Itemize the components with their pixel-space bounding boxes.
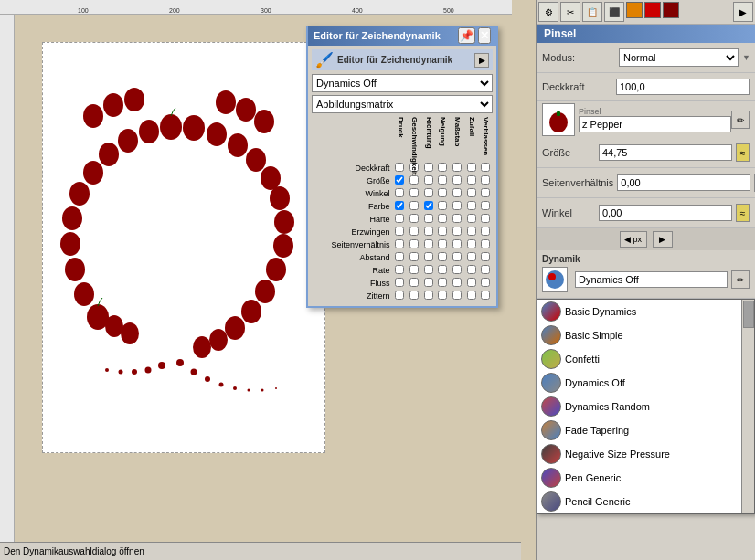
cb-sv-druck[interactable]: [395, 239, 404, 248]
cb-erz-neigung[interactable]: [438, 227, 447, 236]
cb-zi-massstab[interactable]: [452, 291, 462, 300]
cb-fl-neigung[interactable]: [438, 278, 447, 287]
dynamics-edit-button[interactable]: ✏: [731, 270, 750, 289]
cb-erz-geschw[interactable]: [409, 227, 419, 236]
size-input[interactable]: [599, 144, 732, 161]
color-red[interactable]: [644, 2, 661, 18]
dynamics-scrollbar[interactable]: [741, 300, 754, 513]
cb-rate-druck[interactable]: [395, 265, 404, 274]
cb-zi-zufall[interactable]: [467, 291, 476, 300]
dynamics-input[interactable]: [575, 271, 728, 288]
cb-zi-geschw[interactable]: [409, 291, 419, 300]
cb-zi-neigung[interactable]: [438, 291, 447, 300]
cb-rate-zufall[interactable]: [467, 265, 476, 274]
modus-select[interactable]: Normal: [619, 48, 739, 67]
cb-fl-zufall[interactable]: [467, 278, 476, 287]
dynamics-scrollbar-thumb[interactable]: [743, 301, 754, 328]
cb-farbe-richtung[interactable]: [424, 201, 433, 210]
cb-sv-richtung[interactable]: [424, 239, 433, 248]
right-arrow-btn[interactable]: ▶: [653, 231, 673, 248]
dynamics-item-pencil-generic[interactable]: Pencil Generic: [537, 490, 754, 513]
dynamics-item-dynamics-off[interactable]: Dynamics Off: [537, 371, 754, 395]
cb-ab-druck[interactable]: [395, 252, 404, 261]
cb-farbe-druck[interactable]: [395, 201, 404, 210]
cb-farbe-massstab[interactable]: [452, 201, 462, 210]
panel-icon-2[interactable]: ✂: [560, 2, 580, 22]
brush-name-input[interactable]: [579, 116, 731, 132]
cb-ab-zufall[interactable]: [467, 252, 476, 261]
cb-fl-druck[interactable]: [395, 278, 404, 287]
cb-haerte-massstab[interactable]: [452, 214, 462, 223]
mapping-matrix-select[interactable]: Abbildungsmatrix: [312, 95, 493, 113]
cb-farbe-zufall[interactable]: [467, 201, 476, 210]
cb-haerte-verblassen[interactable]: [481, 214, 490, 223]
cb-groesse-druck[interactable]: [395, 175, 404, 185]
cb-zi-druck[interactable]: [395, 291, 404, 300]
cb-rate-massstab[interactable]: [452, 265, 462, 274]
color-orange[interactable]: [626, 2, 643, 18]
dynamics-item-negative-size[interactable]: Negative Size Pressure: [537, 442, 754, 466]
cb-winkel-druck[interactable]: [395, 188, 404, 197]
cb-erz-druck[interactable]: [395, 227, 404, 236]
cb-erz-zufall[interactable]: [467, 227, 476, 236]
dynamics-off-select[interactable]: Dynamics Off: [312, 74, 493, 92]
cb-groesse-geschw[interactable]: [409, 175, 419, 185]
cb-fl-verblassen[interactable]: [481, 278, 490, 287]
cb-deckkraft-richtung[interactable]: [424, 163, 433, 172]
panel-icon-1[interactable]: ⚙: [538, 2, 558, 22]
cb-winkel-richtung[interactable]: [424, 188, 433, 197]
cb-ab-richtung[interactable]: [424, 252, 433, 261]
cb-zi-richtung[interactable]: [424, 291, 433, 300]
cb-deckkraft-zufall[interactable]: [467, 163, 476, 172]
dynamics-item-basic-simple[interactable]: Basic Simple: [537, 323, 754, 347]
cb-farbe-geschw[interactable]: [409, 201, 419, 210]
cb-sv-zufall[interactable]: [467, 239, 476, 248]
cb-deckkraft-verblassen[interactable]: [481, 163, 490, 172]
cb-farbe-neigung[interactable]: [438, 201, 447, 210]
cb-sv-verblassen[interactable]: [481, 239, 490, 248]
cb-sv-massstab[interactable]: [452, 239, 462, 248]
editor-pin-button[interactable]: 📌: [458, 27, 475, 44]
angle-input[interactable]: [599, 205, 732, 221]
cb-ab-geschw[interactable]: [409, 252, 419, 261]
cb-winkel-geschw[interactable]: [409, 188, 419, 197]
cb-sv-neigung[interactable]: [438, 239, 447, 248]
ratio-input[interactable]: [617, 174, 750, 191]
dynamics-item-pen-generic[interactable]: Pen Generic: [537, 466, 754, 490]
editor-expand-button[interactable]: ▶: [474, 53, 489, 68]
cb-erz-richtung[interactable]: [424, 227, 433, 236]
panel-icon-4[interactable]: ⬛: [604, 2, 624, 22]
cb-rate-verblassen[interactable]: [481, 265, 490, 274]
cb-rate-geschw[interactable]: [409, 265, 419, 274]
cb-groesse-zufall[interactable]: [467, 175, 476, 185]
cb-erz-massstab[interactable]: [452, 227, 462, 236]
cb-sv-geschw[interactable]: [409, 239, 419, 248]
cb-fl-richtung[interactable]: [424, 278, 433, 287]
cb-haerte-druck[interactable]: [395, 214, 404, 223]
dynamics-item-fade-tapering[interactable]: Fade Tapering: [537, 418, 754, 442]
cb-fl-massstab[interactable]: [452, 278, 462, 287]
cb-winkel-massstab[interactable]: [452, 188, 462, 197]
cb-haerte-richtung[interactable]: [424, 214, 433, 223]
editor-close-button[interactable]: ✕: [478, 27, 491, 44]
cb-farbe-verblassen[interactable]: [481, 201, 490, 210]
cb-haerte-geschw[interactable]: [409, 214, 419, 223]
panel-icon-3[interactable]: 📋: [582, 2, 602, 22]
cb-rate-richtung[interactable]: [424, 265, 433, 274]
cb-haerte-zufall[interactable]: [467, 214, 476, 223]
cb-rate-neigung[interactable]: [438, 265, 447, 274]
dynamics-item-dynamics-random[interactable]: Dynamics Random: [537, 395, 754, 418]
cb-ab-verblassen[interactable]: [481, 252, 490, 261]
cb-haerte-neigung[interactable]: [438, 214, 447, 223]
cb-deckkraft-neigung[interactable]: [438, 163, 447, 172]
size-dynamics-button[interactable]: ≈: [736, 143, 750, 162]
cb-zi-verblassen[interactable]: [481, 291, 490, 300]
cb-winkel-zufall[interactable]: [467, 188, 476, 197]
cb-deckkraft-massstab[interactable]: [452, 163, 462, 172]
cb-groesse-massstab[interactable]: [452, 175, 462, 185]
cb-ab-massstab[interactable]: [452, 252, 462, 261]
cb-ab-neigung[interactable]: [438, 252, 447, 261]
dynamics-item-basic-dynamics[interactable]: Basic Dynamics: [537, 300, 754, 323]
cb-groesse-neigung[interactable]: [438, 175, 447, 185]
cb-deckkraft-druck[interactable]: [395, 163, 404, 172]
